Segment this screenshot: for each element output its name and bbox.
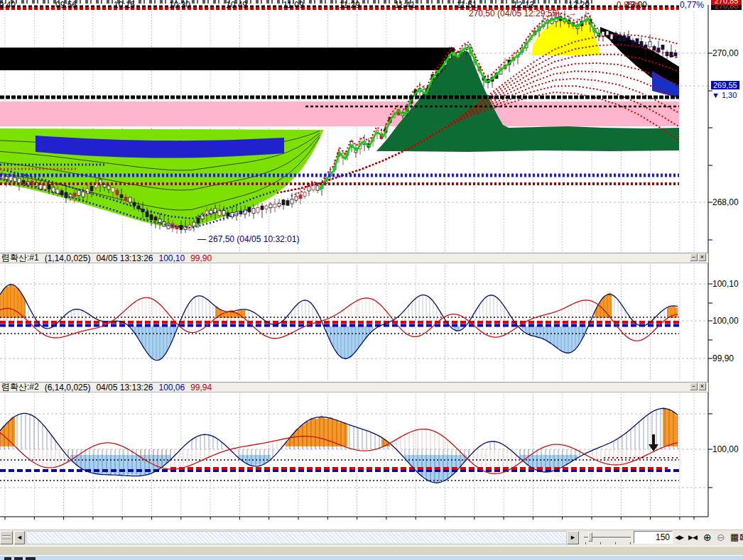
zoom-slider-handle[interactable]	[588, 532, 592, 542]
time-axis-label: 09:40	[0, 0, 16, 10]
oscillator2-axis-label: 100,00	[712, 444, 739, 454]
collapse-horizontal-icon[interactable]: ▶◀	[688, 532, 697, 543]
time-axis-label: 11:51	[456, 0, 477, 10]
slider-tick	[600, 542, 601, 544]
status-strip	[0, 546, 743, 555]
panel3-datetime: 04/05 13:13:26	[96, 383, 153, 392]
grid-layout-icon[interactable]: ▦	[730, 532, 739, 543]
panel2-close-button[interactable]: ×	[698, 253, 706, 261]
zoom-in-icon[interactable]: ⊕	[703, 532, 712, 543]
slider-tick	[585, 542, 586, 544]
time-axis-label: 11:09	[283, 0, 303, 10]
chart-canvas	[0, 0, 743, 560]
time-axis-label: 12:13	[513, 0, 534, 10]
high-price-annotation: 270,50 (04/05 12:29:55)	[469, 9, 560, 18]
time-axis-label: 11:41	[394, 0, 415, 10]
background-window-edge	[0, 555, 743, 560]
time-axis-label: 13:00	[626, 0, 647, 10]
reference-price-badge-top: 270,85	[711, 0, 742, 5]
panel2-value-blue: 100,10	[158, 253, 185, 263]
price-axis-label: 270,00	[712, 48, 739, 58]
scrollbar-track[interactable]	[26, 531, 567, 544]
close-chart-icon[interactable]: ⊠	[739, 532, 743, 543]
panel3-value-blue: 100,06	[158, 383, 185, 392]
panel2-params: (1,14,0,025)	[45, 253, 91, 263]
oscillator1-axis-label: 100,10	[712, 279, 739, 289]
reference-price-badge-bottom: 270,85	[711, 5, 742, 10]
oscillator1-axis-label: 100,00	[712, 316, 739, 326]
time-axis-label: 10:15	[114, 0, 135, 10]
scroll-right-button[interactable]: ►	[567, 531, 579, 544]
trading-app-window: { "window": { "pct_red": "0,85%", "pct_b…	[0, 0, 743, 560]
scroll-left-button[interactable]: ◄	[14, 531, 25, 544]
price-change-label: ▼ 1,30	[712, 91, 737, 99]
price-axis-label: 268,00	[712, 197, 739, 207]
panel2-datetime: 04/05 13:13:26	[96, 253, 153, 263]
panel2-header: 렴확산:#1 (1,14,0,025) 04/05 13:13:26 100,1…	[0, 253, 708, 263]
splitter-grip[interactable]	[0, 531, 13, 544]
expand-horizontal-icon[interactable]: ◀▶	[675, 532, 683, 543]
oscillator1-axis-label: 99,90	[712, 353, 734, 363]
panel3-close-button[interactable]: ×	[698, 383, 706, 390]
panel2-title: 렴확산:#1	[1, 252, 39, 264]
panel3-params: (6,14,0,025)	[45, 383, 91, 392]
time-axis-label: 09:56	[55, 0, 77, 10]
time-axis-label: 11:29	[339, 0, 359, 10]
background-window-fragment	[4, 557, 11, 560]
time-axis-label: 10:49	[226, 0, 247, 10]
change-percent-label: 0,77%	[680, 0, 704, 10]
panel2-value-red: 99,90	[190, 253, 212, 263]
bar-count-input[interactable]	[634, 531, 673, 544]
time-axis-label: 12:29	[568, 0, 590, 10]
background-window-fragment	[26, 557, 36, 560]
low-price-annotation: — 267,50 (04/05 10:32:01)	[197, 234, 299, 244]
panel3-header: 렴확산:#2 (6,14,0,025) 04/05 13:13:26 100,0…	[0, 382, 708, 392]
panel3-minimize-button[interactable]: −	[690, 383, 698, 390]
zoom-out-icon[interactable]: ⊖	[717, 532, 725, 543]
background-window-fragment	[14, 557, 23, 560]
panel3-title: 렴확산:#2	[1, 381, 39, 393]
panel2-minimize-button[interactable]: −	[690, 253, 698, 261]
panel3-value-red: 99,94	[190, 383, 212, 392]
time-axis-label: 10:30	[169, 0, 190, 10]
slider-tick	[615, 542, 616, 544]
chart-toolbar: ◄ ► ◀▶ ▶◀ ⊕ ⊖ ▦ ⊠	[0, 529, 743, 546]
slider-tick	[630, 542, 631, 544]
current-price-badge: 269,55	[711, 81, 739, 89]
